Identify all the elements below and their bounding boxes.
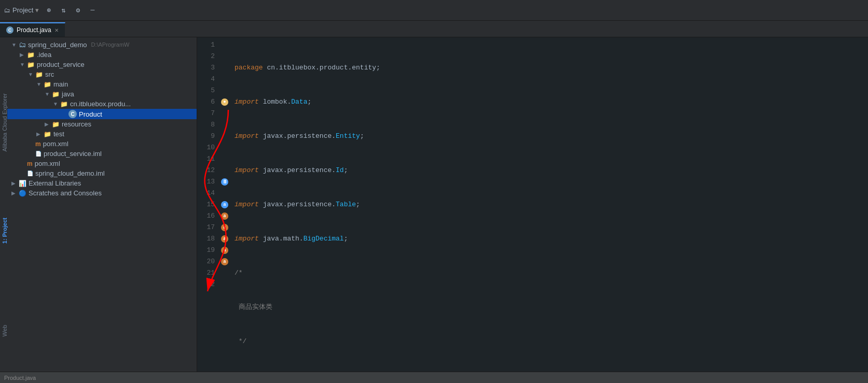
tree-arrow: ▶ [20,52,25,58]
minimize-icon-btn[interactable]: — [87,5,98,16]
add-icon-btn[interactable]: ⊕ [43,5,54,16]
tree-arrow: ▼ [11,42,17,48]
line-num-15: 15 [197,199,215,210]
tab-bar: C Product.java ✕ [0,21,868,37]
gutter-22 [219,279,230,290]
project-title: Project [12,6,33,14]
folder-icon: 📁 [52,121,60,128]
tree-item-pom-root[interactable]: m pom.xml [7,159,197,168]
gutter-icon-13[interactable]: 🗄 [221,178,228,186]
tree-label: main [53,80,68,88]
gutter-10 [219,142,230,153]
gutter-icon-16[interactable]: a [221,212,228,220]
sidebar: Alibaba Cloud Explorer 1: Project Web ▼ … [0,37,197,372]
gutter-icon-15[interactable]: a [221,201,228,208]
project-dropdown-icon[interactable]: ▾ [35,6,39,14]
gutter-3 [219,62,230,74]
tree-arrow: ▶ [36,131,42,137]
tab-close-btn[interactable]: ✕ [54,27,59,33]
tree-label: test [53,130,64,138]
tree-item-pom-product[interactable]: m pom.xml [7,139,197,149]
tree-item-cn-itbluebox[interactable]: ▼ 📁 cn.itbluebox.produ... [7,99,197,109]
tree-item-resources[interactable]: ▶ 📁 resources [7,119,197,129]
gutter-icon-20[interactable]: a [221,258,228,265]
tree-item-test[interactable]: ▶ 📁 test [7,129,197,139]
project-side-label[interactable]: 1: Project [0,214,9,248]
ext-libs-icon: 📊 [19,180,26,187]
gutter-18: a [219,233,230,245]
line-num-6: 6 [197,96,215,108]
tree-item-main[interactable]: ▼ 📁 main [7,79,197,89]
tree-label: product_service.iml [44,150,102,158]
tree-label: java [62,90,74,98]
tree-arrow: ▶ [11,190,17,196]
maven-icon: m [35,140,41,148]
tree-arrow: ▶ [45,121,50,127]
code-line-3: import javax.persistence.Entity; [235,131,864,142]
web-side-label[interactable]: Web [0,321,9,341]
top-bar: 🗂 Project ▾ ⊕ ⇅ ⚙ — [0,0,868,21]
main-content: Alibaba Cloud Explorer 1: Project Web ▼ … [0,37,868,372]
line-num-3: 3 [197,62,215,74]
project-label[interactable]: 🗂 Project ▾ [4,6,39,14]
folder-icon: 📁 [52,91,60,98]
line-num-13: 13 [197,176,215,188]
tree-label: spring_cloud_demo.iml [35,169,105,177]
tree-item-scratches[interactable]: ▶ 🔵 Scratches and Consoles [7,188,197,198]
settings-icon-btn[interactable]: ⚙ [72,5,84,16]
tree-item-demo-iml[interactable]: 📄 spring_cloud_demo.iml [7,168,197,178]
scratches-icon: 🔵 [19,190,26,197]
editor-gutter: ● 🗄 a a a a a [219,37,230,372]
gutter-13: 🗄 [219,176,230,188]
gutter-icon-17[interactable]: a [221,224,228,231]
bottom-status: Product.java [4,375,36,381]
iml-icon: 📄 [35,151,42,157]
line-num-11: 11 [197,153,215,165]
folder-icon: 📁 [60,101,68,108]
gutter-17: a [219,222,230,233]
gutter-4 [219,74,230,85]
tree-item-java[interactable]: ▼ 📁 java [7,89,197,99]
gutter-icon-19[interactable]: a [221,247,228,254]
folder-icon: 📁 [35,71,43,78]
tree-item-spring-cloud-demo[interactable]: ▼ 🗂 spring_cloud_demo D:\AProgramW [7,39,197,50]
tree-path: D:\AProgramW [91,41,129,48]
maven-icon: m [27,160,33,167]
tree-arrow: ▼ [53,101,58,107]
file-tree: ▼ 🗂 spring_cloud_demo D:\AProgramW ▶ 📁 .… [7,37,197,372]
gutter-21 [219,267,230,279]
tree-item-product-service[interactable]: ▼ 📁 product_service [7,60,197,69]
tree-item-idea[interactable]: ▶ 📁 .idea [7,50,197,60]
line-num-22: 22 [197,279,215,290]
tree-label: pom.xml [35,160,60,167]
folder-icon: 📁 [27,61,35,68]
tree-label: pom.xml [43,140,68,148]
tree-label: resources [62,120,91,128]
line-num-2: 2 [197,51,215,62]
code-editor-area[interactable]: package cn.itbluebox.product.entity; imp… [230,37,868,372]
gutter-20: a [219,256,230,267]
line-num-8: 8 [197,119,215,131]
tree-item-src[interactable]: ▼ 📁 src [7,69,197,79]
tree-item-product-iml[interactable]: 📄 product_service.iml [7,149,197,159]
tree-item-product[interactable]: C Product [7,109,197,119]
tree-item-external-libs[interactable]: ▶ 📊 External Libraries [7,178,197,188]
folder-icon: 📁 [44,81,51,88]
tree-arrow: ▼ [45,91,50,97]
alibaba-cloud-label[interactable]: Alibaba Cloud Explorer [0,89,9,156]
gutter-11 [219,153,230,165]
code-line-4: import javax.persistence.Id; [235,165,864,176]
tab-java-icon: C [6,26,13,34]
editor: 1 2 3 4 5 6 7 8 9 10 11 12 13 14 15 16 1… [197,37,868,372]
line-num-20: 20 [197,256,215,267]
top-bar-left: 🗂 Project ▾ ⊕ ⇅ ⚙ — [4,5,201,16]
tree-arrow: ▼ [28,72,33,77]
line-num-5: 5 [197,85,215,96]
gutter-icon-18[interactable]: a [221,235,228,243]
expand-icon-btn[interactable]: ⇅ [58,5,69,16]
gutter-12 [219,165,230,176]
line-num-10: 10 [197,142,215,153]
tab-product-java[interactable]: C Product.java ✕ [0,22,65,37]
tree-label: product_service [37,61,85,68]
gutter-icon-6[interactable]: ● [221,98,228,106]
